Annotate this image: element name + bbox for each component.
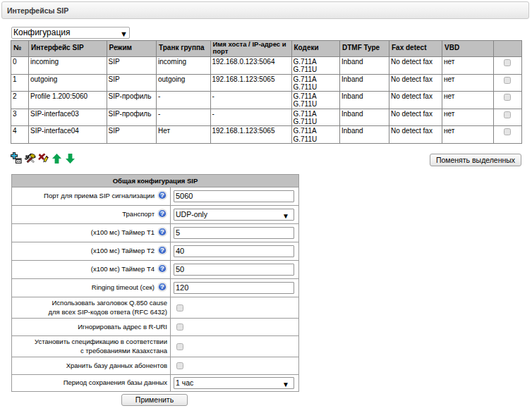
svg-text:?: ? — [160, 191, 164, 199]
svg-text:?: ? — [160, 264, 164, 272]
svg-text:?: ? — [160, 209, 164, 217]
svg-text:?: ? — [160, 228, 164, 235]
svg-text:?: ? — [160, 283, 164, 290]
svg-text:?: ? — [160, 246, 164, 254]
